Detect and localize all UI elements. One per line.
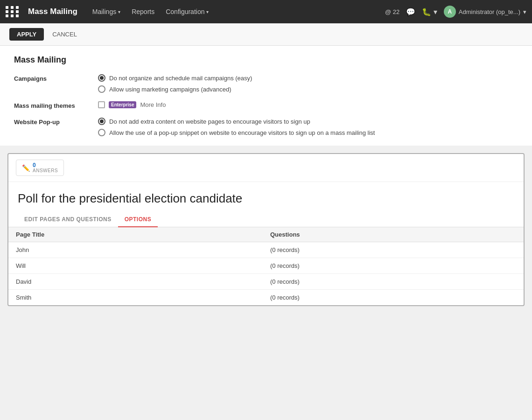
campaigns-option1[interactable]: Do not organize and schedule mail campai… <box>98 74 252 82</box>
navbar: Mass Mailing Mailings Reports Configurat… <box>0 0 532 23</box>
col-page-title: Page Title <box>8 227 263 242</box>
popup-option1-text: Do not add extra content on website page… <box>109 118 310 125</box>
popup-radio2[interactable] <box>98 129 105 136</box>
cell-questions: (0 records) <box>263 258 524 274</box>
tab-options[interactable]: OPTIONS <box>118 212 158 227</box>
popup-option2-text: Allow the use of a pop-up snippet on web… <box>109 129 375 136</box>
pages-table: Page Title Questions John (0 records) Wi… <box>8 227 524 305</box>
popup-options: Do not add extra content on website page… <box>98 118 375 136</box>
cell-questions: (0 records) <box>263 242 524 258</box>
user-chevron-icon: ▾ <box>523 8 526 15</box>
table-header-row: Page Title Questions <box>8 227 524 242</box>
apply-button[interactable]: APPLY <box>9 28 44 41</box>
nav-reports[interactable]: Reports <box>127 5 159 18</box>
answers-text: 0 ANSWERS <box>33 162 58 173</box>
settings-form: Campaigns Do not organize and schedule m… <box>14 74 518 136</box>
themes-options: Enterprise More Info <box>98 101 166 108</box>
edit-icon: ✏️ <box>22 164 30 172</box>
campaigns-label: Campaigns <box>14 74 89 82</box>
navbar-right: @ 22 💬 🐛 ▾ A Administrator (op_te...) ▾ <box>385 6 526 18</box>
table-row: John (0 records) <box>8 242 524 258</box>
avatar: A <box>444 6 456 18</box>
cell-page-title: David <box>8 274 263 290</box>
cancel-button[interactable]: CANCEL <box>48 28 82 41</box>
tabs-bar: EDIT PAGES AND QUESTIONS OPTIONS <box>8 212 524 227</box>
answers-count: 0 <box>33 162 58 168</box>
navbar-menu: Mailings Reports Configuration <box>88 5 381 18</box>
popup-option2[interactable]: Allow the use of a pop-up snippet on web… <box>98 129 375 136</box>
bug-icon[interactable]: 🐛 ▾ <box>422 7 437 16</box>
at-count: @ 22 <box>385 8 399 15</box>
poll-title: Poll for the presidential election candi… <box>8 182 524 212</box>
themes-checkbox[interactable] <box>98 101 105 108</box>
campaigns-option2-text: Allow using marketing campaigns (advance… <box>109 86 231 93</box>
settings-section: Mass Mailing Campaigns Do not organize a… <box>0 46 532 146</box>
answers-bar: ✏️ 0 ANSWERS <box>8 154 524 182</box>
campaigns-radio2[interactable] <box>98 85 105 93</box>
cell-page-title: Smith <box>8 290 263 306</box>
col-questions: Questions <box>263 227 524 242</box>
popup-row: Website Pop-up Do not add extra content … <box>14 118 518 136</box>
popup-option1[interactable]: Do not add extra content on website page… <box>98 118 375 125</box>
table-row: Smith (0 records) <box>8 290 524 306</box>
cell-questions: (0 records) <box>263 290 524 306</box>
themes-checkbox-row: Enterprise More Info <box>98 101 166 108</box>
campaigns-options: Do not organize and schedule mail campai… <box>98 74 252 93</box>
campaigns-option2[interactable]: Allow using marketing campaigns (advance… <box>98 85 252 93</box>
tab-edit-pages[interactable]: EDIT PAGES AND QUESTIONS <box>18 212 118 227</box>
answers-label: ANSWERS <box>33 168 58 173</box>
table-row: Will (0 records) <box>8 258 524 274</box>
cell-page-title: Will <box>8 258 263 274</box>
bottom-panel: ✏️ 0 ANSWERS Poll for the presidential e… <box>7 153 525 306</box>
more-info-link[interactable]: More Info <box>140 101 166 108</box>
chat-icon[interactable]: 💬 <box>406 7 415 16</box>
answers-badge[interactable]: ✏️ 0 ANSWERS <box>16 160 64 176</box>
nav-mailings[interactable]: Mailings <box>88 5 125 18</box>
username: Administrator (op_te...) <box>459 8 520 15</box>
campaigns-row: Campaigns Do not organize and schedule m… <box>14 74 518 93</box>
cell-questions: (0 records) <box>263 274 524 290</box>
enterprise-badge: Enterprise <box>109 101 136 108</box>
nav-configuration[interactable]: Configuration <box>161 5 213 18</box>
table-row: David (0 records) <box>8 274 524 290</box>
toolbar: APPLY CANCEL <box>0 23 532 46</box>
campaigns-option1-text: Do not organize and schedule mail campai… <box>109 75 252 82</box>
apps-menu-icon[interactable] <box>6 6 20 17</box>
app-brand: Mass Mailing <box>28 7 77 16</box>
campaigns-radio1[interactable] <box>98 74 105 82</box>
popup-radio1[interactable] <box>98 118 105 125</box>
user-menu[interactable]: A Administrator (op_te...) ▾ <box>444 6 526 18</box>
section-title: Mass Mailing <box>14 55 518 65</box>
themes-row: Mass mailing themes Enterprise More Info <box>14 101 518 109</box>
cell-page-title: John <box>8 242 263 258</box>
themes-label: Mass mailing themes <box>14 101 89 109</box>
popup-label: Website Pop-up <box>14 118 89 126</box>
at-badge[interactable]: @ 22 <box>385 8 399 15</box>
